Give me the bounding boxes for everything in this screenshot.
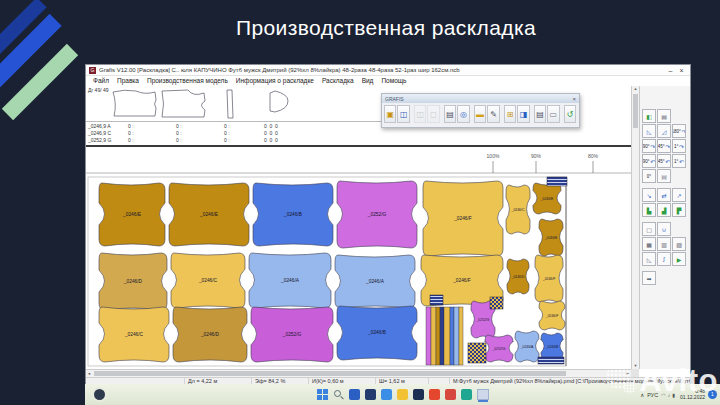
marker-strip-piece[interactable] — [450, 307, 454, 365]
menu-item[interactable]: Раскладка — [318, 76, 358, 86]
tool-button-rotate-ccw-90[interactable]: 90°↶ — [642, 154, 656, 168]
piece-count: 0 : — [128, 130, 134, 136]
vertical-scrollbar[interactable]: ▲ ▼ — [631, 86, 639, 369]
marker-piece-label: _0246/C — [198, 278, 218, 283]
tool-row: ▙▟▛ — [642, 203, 688, 217]
toolbar-button-save[interactable]: ◫ — [397, 105, 409, 123]
tool-button-rotate-180[interactable]: 180°↷ — [672, 124, 686, 138]
marker-hatched-piece[interactable] — [538, 357, 564, 364]
tool-button-align-bottom[interactable]: ▟ — [657, 203, 671, 217]
toolbar-button-open[interactable]: ▣ — [384, 105, 396, 123]
preview-piece-outline — [227, 90, 233, 118]
taskbar-icon-app-3[interactable] — [381, 389, 392, 400]
tool-button-rotate-0[interactable]: 0° — [642, 169, 656, 183]
grafis-toolbar-close-icon[interactable]: × — [572, 96, 576, 102]
tool-button-outline-tool[interactable]: ▢ — [642, 222, 656, 236]
close-button[interactable]: × — [676, 66, 687, 75]
grafis-toolbar-titlebar[interactable]: GRAFIS × — [382, 94, 579, 103]
piece-count: 0 : — [128, 123, 134, 129]
toolbar-button-print-marker[interactable]: ▤ — [534, 105, 546, 123]
taskbar-icon-app-6[interactable] — [445, 389, 456, 400]
toolbar-button-save-all[interactable]: ◻ — [427, 105, 439, 123]
taskbar-icon-grafis-app[interactable] — [477, 389, 489, 400]
tool-label: 0° — [647, 174, 651, 179]
tool-button-rotate-cw-1[interactable]: 1°↷ — [672, 139, 686, 153]
taskbar-icon-app-7[interactable] — [461, 389, 472, 400]
marker-strip-piece[interactable] — [454, 307, 459, 365]
menu-item[interactable]: Помощь — [377, 76, 410, 86]
menu-item[interactable]: Информация о раскладке — [232, 76, 318, 86]
tool-button-move-swap[interactable]: ⇄ — [657, 188, 671, 202]
tool-button-exit[interactable]: ➡ — [642, 271, 656, 285]
toolbar-button-save-as[interactable]: ◫ — [414, 105, 426, 123]
piece-count: 0 0 0 — [264, 130, 278, 136]
tool-button-rotate-cw-45[interactable]: 45°↷ — [657, 139, 671, 153]
toolbar-button-layouts[interactable]: ⊞ — [504, 105, 516, 123]
tool-button-fabric-lines[interactable]: ▥ — [657, 237, 671, 251]
tool-button-align-left[interactable]: ▙ — [642, 203, 656, 217]
toolbar-button-measure[interactable]: ▬ — [474, 105, 486, 123]
horizontal-scroll-thumb[interactable] — [94, 371, 566, 376]
marker-piece-label: _0246/A — [280, 278, 300, 283]
toolbar-button-report[interactable]: ◨ — [517, 105, 529, 123]
tool-button-run-tool[interactable]: ▶ — [672, 252, 686, 266]
tool-button-rotate-ccw-45[interactable]: 45°↶ — [657, 154, 671, 168]
tool-button-align-top[interactable]: ▛ — [672, 203, 686, 217]
marker-hatched-piece[interactable] — [490, 297, 503, 309]
tool-button-flip-h[interactable]: ◺ — [642, 124, 656, 138]
tool-button-rotate-ccw-1[interactable]: 1°↶ — [672, 154, 686, 168]
marker-piece-label: _0246/D — [200, 332, 220, 337]
toolbar-button-print[interactable]: ▤ — [444, 105, 456, 123]
tool-button-pieces-list[interactable]: ▤ — [657, 169, 671, 183]
marker-hatched-piece[interactable] — [430, 295, 443, 305]
marker-canvas[interactable]: 100%90%80%_0246/E_0246/E_0246/B_0252/G_0… — [86, 147, 631, 369]
piece-count: 0 : — [224, 137, 230, 143]
tool-button-piece-stack[interactable]: ▤ — [657, 109, 671, 123]
taskbar-icon-app-4[interactable] — [413, 389, 424, 400]
tool-button-move-in-down[interactable]: ↘ — [642, 188, 656, 202]
menu-item[interactable]: Производственная модель — [143, 76, 232, 86]
toolbar-button-plot[interactable]: ▭ — [547, 105, 559, 123]
tool-button-flip-v[interactable]: ◿ — [657, 124, 671, 138]
windows-start-icon[interactable] — [317, 389, 328, 400]
tool-button-piece-place[interactable]: ◧ — [642, 109, 656, 123]
slide: Производственная раскладка G Grafis V12.… — [0, 0, 720, 405]
marker-strip-piece[interactable] — [459, 307, 463, 365]
taskbar-icon-app-1[interactable] — [349, 389, 360, 400]
marker-hatched-piece[interactable] — [547, 177, 567, 186]
toolbar-button-zoom[interactable]: ◎ — [457, 105, 469, 123]
marker-strip-piece[interactable] — [436, 307, 440, 365]
tool-button-curve-tool[interactable]: ∪ — [657, 222, 671, 236]
marker-strip-piece[interactable] — [444, 307, 450, 365]
tool-button-fabric-hatch[interactable]: ▨ — [672, 237, 686, 251]
toolbar-button-undo[interactable]: ↺ — [564, 105, 576, 123]
taskbar-left-app-icon[interactable] — [92, 387, 107, 402]
marker-strip-piece[interactable] — [440, 307, 444, 365]
scroll-up-icon[interactable]: ▲ — [632, 86, 639, 92]
taskbar-icon-file-explorer[interactable] — [397, 389, 408, 400]
menu-item[interactable]: Вид — [358, 76, 378, 86]
tool-button-move-in-up[interactable]: ↗ — [672, 188, 686, 202]
marker-piece-label: _0252/G — [491, 347, 505, 351]
search-icon[interactable] — [333, 389, 344, 400]
taskbar-icon-app-5[interactable] — [429, 389, 440, 400]
slide-title: Производственная раскладка — [0, 16, 720, 40]
marker-strip-piece[interactable] — [431, 307, 436, 365]
tool-button-fabric-grid[interactable]: ▦ — [642, 237, 656, 251]
toolbar-button-pin[interactable]: ✎ — [487, 105, 499, 123]
horizontal-scrollbar[interactable]: ◄ ► — [86, 369, 631, 377]
marker-piece-label: _0246/E — [540, 197, 554, 201]
menu-item[interactable]: Файл — [89, 76, 113, 86]
marker-strip-piece[interactable] — [426, 307, 431, 365]
app-icon: G — [89, 67, 96, 74]
vertical-scroll-thumb[interactable] — [633, 94, 638, 128]
window-titlebar[interactable]: G Grafis V12.00 [Раскладка] С.. юля КАПУ… — [86, 65, 690, 76]
marker-hatched-piece[interactable] — [468, 343, 486, 363]
scroll-left-icon[interactable]: ◄ — [87, 371, 91, 376]
menu-item[interactable]: Правка — [113, 76, 143, 86]
tool-button-seam-tool[interactable]: ʃ — [657, 252, 671, 266]
tool-button-rotate-cw-90[interactable]: 90°↷ — [642, 139, 656, 153]
taskbar-icon-app-2[interactable] — [365, 389, 376, 400]
tool-button-cut-tool[interactable]: ◺ — [642, 252, 656, 266]
minimize-button[interactable]: – — [665, 66, 676, 75]
